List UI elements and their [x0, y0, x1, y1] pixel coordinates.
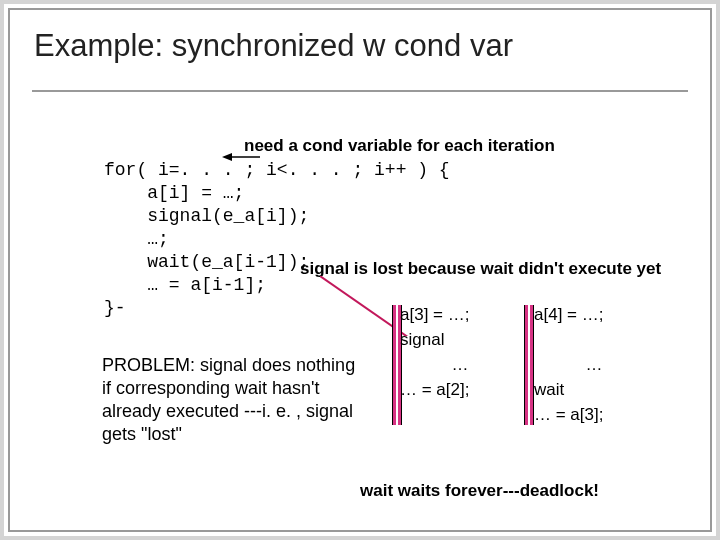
- problem-text: PROBLEM: signal does nothing if correspo…: [102, 354, 362, 446]
- col3-line2: signal: [400, 327, 520, 352]
- deadlock-annotation: wait waits forever---deadlock!: [360, 481, 599, 501]
- col4-line1: a[4] = …;: [534, 302, 654, 327]
- col4-line3: …: [534, 352, 654, 377]
- iteration-3-column: a[3] = …; signal … … = a[2];: [400, 302, 520, 402]
- top-annotation: need a cond variable for each iteration: [244, 136, 555, 156]
- col4-wait: wait: [534, 377, 654, 402]
- col3-line3: …: [400, 352, 520, 377]
- slide: Example: synchronized w cond var need a …: [0, 0, 720, 540]
- iteration-4-column: a[4] = …; … wait … = a[3];: [534, 302, 654, 427]
- title-underline: [32, 90, 688, 92]
- col3-line4: … = a[2];: [400, 377, 520, 402]
- col3-line1: a[3] = …;: [400, 302, 520, 327]
- col4-blank: [534, 327, 654, 352]
- thread-divider-icon: [524, 305, 534, 425]
- col4-line4: … = a[3];: [534, 402, 654, 427]
- slide-title: Example: synchronized w cond var: [34, 28, 513, 64]
